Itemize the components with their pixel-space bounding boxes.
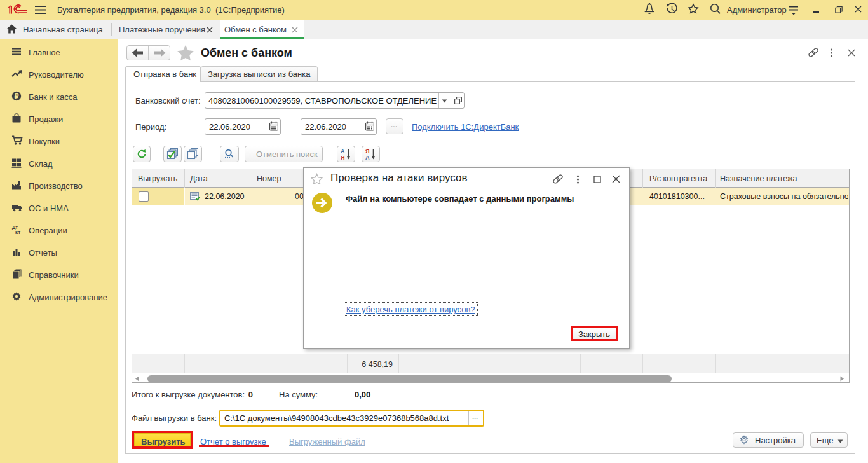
svg-text:₽: ₽ [15,92,19,100]
svg-text:Я: Я [341,155,344,161]
svg-text:А: А [365,155,370,161]
svg-text:А: А [341,148,345,155]
svg-text:Кт: Кт [15,230,21,235]
svg-text:Я: Я [365,148,369,155]
